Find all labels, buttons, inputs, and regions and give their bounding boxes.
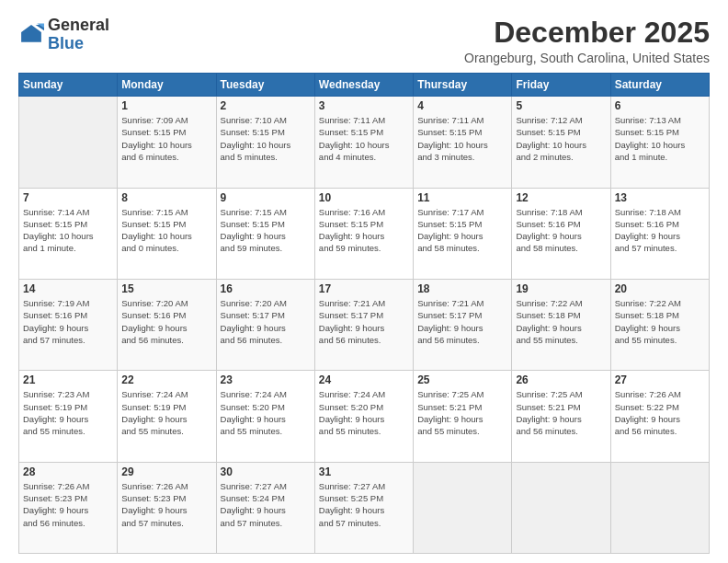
calendar-week-row: 1Sunrise: 7:09 AM Sunset: 5:15 PM Daylig… bbox=[19, 97, 710, 188]
calendar-day-cell bbox=[414, 462, 512, 553]
day-info: Sunrise: 7:27 AM Sunset: 5:25 PM Dayligh… bbox=[319, 480, 409, 529]
calendar-day-cell: 8Sunrise: 7:15 AM Sunset: 5:15 PM Daylig… bbox=[118, 188, 216, 279]
logo: General Blue bbox=[18, 17, 109, 53]
day-number: 31 bbox=[319, 465, 409, 478]
day-info: Sunrise: 7:11 AM Sunset: 5:15 PM Dayligh… bbox=[319, 114, 409, 163]
calendar-week-row: 21Sunrise: 7:23 AM Sunset: 5:19 PM Dayli… bbox=[19, 371, 710, 462]
day-number: 28 bbox=[23, 465, 113, 478]
calendar-day-cell: 24Sunrise: 7:24 AM Sunset: 5:20 PM Dayli… bbox=[314, 371, 413, 462]
calendar-day-cell: 15Sunrise: 7:20 AM Sunset: 5:16 PM Dayli… bbox=[118, 279, 216, 370]
calendar-day-cell: 11Sunrise: 7:17 AM Sunset: 5:15 PM Dayli… bbox=[414, 188, 512, 279]
calendar-day-cell: 5Sunrise: 7:12 AM Sunset: 5:15 PM Daylig… bbox=[512, 97, 610, 188]
calendar-header-day: Sunday bbox=[19, 74, 118, 97]
calendar-day-cell bbox=[19, 97, 118, 188]
calendar-day-cell: 2Sunrise: 7:10 AM Sunset: 5:15 PM Daylig… bbox=[216, 97, 314, 188]
day-info: Sunrise: 7:17 AM Sunset: 5:15 PM Dayligh… bbox=[417, 206, 507, 255]
calendar-day-cell: 10Sunrise: 7:16 AM Sunset: 5:15 PM Dayli… bbox=[314, 188, 413, 279]
day-number: 10 bbox=[319, 191, 409, 204]
day-info: Sunrise: 7:25 AM Sunset: 5:21 PM Dayligh… bbox=[417, 388, 507, 437]
calendar-day-cell: 29Sunrise: 7:26 AM Sunset: 5:23 PM Dayli… bbox=[118, 462, 216, 553]
header: General Blue December 2025 Orangeburg, S… bbox=[18, 17, 710, 65]
day-number: 11 bbox=[417, 191, 507, 204]
day-info: Sunrise: 7:26 AM Sunset: 5:22 PM Dayligh… bbox=[615, 388, 705, 437]
day-info: Sunrise: 7:24 AM Sunset: 5:20 PM Dayligh… bbox=[319, 388, 409, 437]
day-info: Sunrise: 7:16 AM Sunset: 5:15 PM Dayligh… bbox=[319, 206, 409, 255]
calendar-day-cell: 30Sunrise: 7:27 AM Sunset: 5:24 PM Dayli… bbox=[216, 462, 314, 553]
day-info: Sunrise: 7:19 AM Sunset: 5:16 PM Dayligh… bbox=[23, 297, 113, 346]
calendar-day-cell: 1Sunrise: 7:09 AM Sunset: 5:15 PM Daylig… bbox=[118, 97, 216, 188]
subtitle: Orangeburg, South Carolina, United State… bbox=[464, 51, 710, 65]
calendar-day-cell: 31Sunrise: 7:27 AM Sunset: 5:25 PM Dayli… bbox=[314, 462, 413, 553]
day-info: Sunrise: 7:18 AM Sunset: 5:16 PM Dayligh… bbox=[516, 206, 606, 255]
day-info: Sunrise: 7:11 AM Sunset: 5:15 PM Dayligh… bbox=[417, 114, 507, 163]
day-info: Sunrise: 7:18 AM Sunset: 5:16 PM Dayligh… bbox=[615, 206, 705, 255]
day-info: Sunrise: 7:24 AM Sunset: 5:19 PM Dayligh… bbox=[121, 388, 211, 437]
day-info: Sunrise: 7:12 AM Sunset: 5:15 PM Dayligh… bbox=[516, 114, 606, 163]
day-info: Sunrise: 7:20 AM Sunset: 5:16 PM Dayligh… bbox=[121, 297, 211, 346]
day-info: Sunrise: 7:15 AM Sunset: 5:15 PM Dayligh… bbox=[221, 206, 311, 255]
day-number: 5 bbox=[516, 99, 606, 112]
day-number: 17 bbox=[319, 282, 409, 295]
day-number: 18 bbox=[417, 282, 507, 295]
day-info: Sunrise: 7:24 AM Sunset: 5:20 PM Dayligh… bbox=[221, 388, 311, 437]
calendar-day-cell: 9Sunrise: 7:15 AM Sunset: 5:15 PM Daylig… bbox=[216, 188, 314, 279]
calendar-day-cell: 25Sunrise: 7:25 AM Sunset: 5:21 PM Dayli… bbox=[414, 371, 512, 462]
day-number: 1 bbox=[121, 99, 211, 112]
logo-text: General Blue bbox=[48, 17, 109, 53]
calendar-header-day: Friday bbox=[512, 74, 610, 97]
day-info: Sunrise: 7:14 AM Sunset: 5:15 PM Dayligh… bbox=[23, 206, 113, 255]
day-info: Sunrise: 7:21 AM Sunset: 5:17 PM Dayligh… bbox=[319, 297, 409, 346]
day-number: 9 bbox=[221, 191, 311, 204]
day-number: 13 bbox=[615, 191, 705, 204]
day-number: 8 bbox=[121, 191, 211, 204]
day-number: 24 bbox=[319, 373, 409, 386]
day-number: 27 bbox=[615, 373, 705, 386]
calendar-header-day: Tuesday bbox=[216, 74, 314, 97]
day-info: Sunrise: 7:22 AM Sunset: 5:18 PM Dayligh… bbox=[615, 297, 705, 346]
day-number: 20 bbox=[615, 282, 705, 295]
calendar-header-day: Monday bbox=[118, 74, 216, 97]
calendar-header-day: Wednesday bbox=[314, 74, 413, 97]
calendar-day-cell: 20Sunrise: 7:22 AM Sunset: 5:18 PM Dayli… bbox=[610, 279, 709, 370]
day-info: Sunrise: 7:10 AM Sunset: 5:15 PM Dayligh… bbox=[221, 114, 311, 163]
logo-general: General bbox=[48, 16, 109, 34]
day-number: 22 bbox=[121, 373, 211, 386]
calendar-day-cell: 26Sunrise: 7:25 AM Sunset: 5:21 PM Dayli… bbox=[512, 371, 610, 462]
calendar-day-cell: 4Sunrise: 7:11 AM Sunset: 5:15 PM Daylig… bbox=[414, 97, 512, 188]
day-info: Sunrise: 7:21 AM Sunset: 5:17 PM Dayligh… bbox=[417, 297, 507, 346]
day-number: 21 bbox=[23, 373, 113, 386]
calendar-day-cell: 17Sunrise: 7:21 AM Sunset: 5:17 PM Dayli… bbox=[314, 279, 413, 370]
calendar-day-cell: 22Sunrise: 7:24 AM Sunset: 5:19 PM Dayli… bbox=[118, 371, 216, 462]
day-number: 15 bbox=[121, 282, 211, 295]
day-info: Sunrise: 7:09 AM Sunset: 5:15 PM Dayligh… bbox=[121, 114, 211, 163]
day-number: 26 bbox=[516, 373, 606, 386]
calendar-day-cell: 14Sunrise: 7:19 AM Sunset: 5:16 PM Dayli… bbox=[19, 279, 118, 370]
day-number: 12 bbox=[516, 191, 606, 204]
calendar-day-cell bbox=[512, 462, 610, 553]
calendar-day-cell: 6Sunrise: 7:13 AM Sunset: 5:15 PM Daylig… bbox=[610, 97, 709, 188]
main-title: December 2025 bbox=[464, 17, 710, 49]
calendar-header-day: Saturday bbox=[610, 74, 709, 97]
title-block: December 2025 Orangeburg, South Carolina… bbox=[464, 17, 710, 65]
calendar-header-row: SundayMondayTuesdayWednesdayThursdayFrid… bbox=[19, 74, 710, 97]
day-info: Sunrise: 7:26 AM Sunset: 5:23 PM Dayligh… bbox=[121, 480, 211, 529]
day-number: 4 bbox=[417, 99, 507, 112]
logo-blue: Blue bbox=[48, 34, 84, 52]
day-number: 16 bbox=[221, 282, 311, 295]
day-info: Sunrise: 7:27 AM Sunset: 5:24 PM Dayligh… bbox=[221, 480, 311, 529]
day-info: Sunrise: 7:13 AM Sunset: 5:15 PM Dayligh… bbox=[615, 114, 705, 163]
calendar-day-cell: 28Sunrise: 7:26 AM Sunset: 5:23 PM Dayli… bbox=[19, 462, 118, 553]
calendar-table: SundayMondayTuesdayWednesdayThursdayFrid… bbox=[18, 73, 710, 554]
calendar-day-cell: 7Sunrise: 7:14 AM Sunset: 5:15 PM Daylig… bbox=[19, 188, 118, 279]
day-number: 14 bbox=[23, 282, 113, 295]
day-info: Sunrise: 7:20 AM Sunset: 5:17 PM Dayligh… bbox=[221, 297, 311, 346]
day-number: 7 bbox=[23, 191, 113, 204]
calendar-week-row: 28Sunrise: 7:26 AM Sunset: 5:23 PM Dayli… bbox=[19, 462, 710, 553]
day-info: Sunrise: 7:22 AM Sunset: 5:18 PM Dayligh… bbox=[516, 297, 606, 346]
day-number: 6 bbox=[615, 99, 705, 112]
page: General Blue December 2025 Orangeburg, S… bbox=[0, 0, 728, 563]
calendar-day-cell: 18Sunrise: 7:21 AM Sunset: 5:17 PM Dayli… bbox=[414, 279, 512, 370]
day-number: 29 bbox=[121, 465, 211, 478]
calendar-day-cell: 19Sunrise: 7:22 AM Sunset: 5:18 PM Dayli… bbox=[512, 279, 610, 370]
day-number: 23 bbox=[221, 373, 311, 386]
